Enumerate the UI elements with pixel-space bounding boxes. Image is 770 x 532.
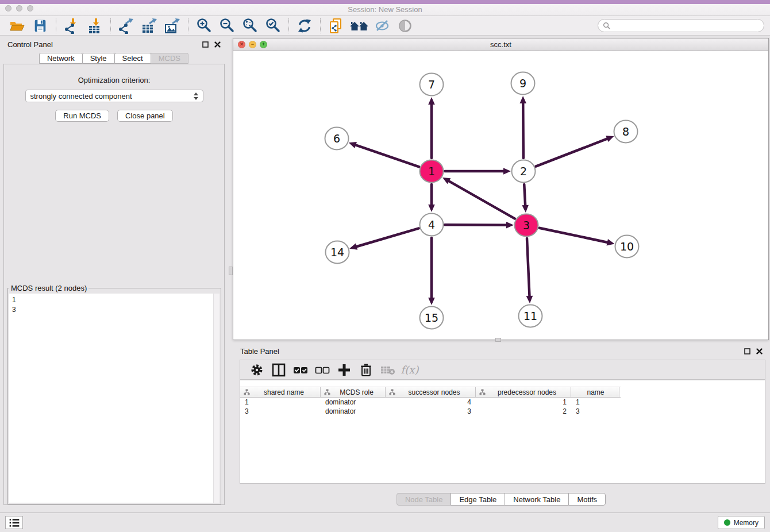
show-graphics-button[interactable] xyxy=(394,17,417,34)
zoom-window-button[interactable] xyxy=(27,5,33,11)
control-tab-mcds[interactable]: MCDS xyxy=(151,53,188,64)
hide-graphics-button[interactable] xyxy=(371,17,394,34)
export-image-button[interactable] xyxy=(161,17,184,34)
table-cell[interactable]: dominator xyxy=(321,407,386,415)
memory-button[interactable]: Memory xyxy=(718,516,765,529)
table-tab-motifs[interactable]: Motifs xyxy=(568,493,606,506)
edge-2-9[interactable] xyxy=(523,102,523,158)
table-cell[interactable]: 1 xyxy=(240,398,321,406)
column-header-successor-nodes[interactable]: successor nodes xyxy=(386,387,476,397)
table-cell[interactable]: 3 xyxy=(240,407,321,415)
control-tab-style[interactable]: Style xyxy=(82,53,115,64)
edge-1-6[interactable] xyxy=(355,145,419,167)
control-tab-network[interactable]: Network xyxy=(39,53,83,64)
unselect-all-columns-button[interactable] xyxy=(311,361,333,379)
column-header-shared-name[interactable]: shared name xyxy=(240,387,321,397)
column-header-predecessor-nodes[interactable]: predecessor nodes xyxy=(476,387,571,397)
graph-node-6[interactable]: 6 xyxy=(325,128,349,150)
select-all-columns-button[interactable] xyxy=(290,361,311,379)
zoom-in-button[interactable] xyxy=(192,17,215,34)
network-window-controls[interactable]: ✕ − + xyxy=(238,41,267,48)
mcds-result-text: 1 3 xyxy=(9,294,220,317)
search-input[interactable] xyxy=(614,21,759,30)
table-tab-edge-table[interactable]: Edge Table xyxy=(451,493,505,506)
task-history-button[interactable] xyxy=(5,516,23,529)
mcds-result-area[interactable]: 1 3 xyxy=(9,294,220,503)
window-controls[interactable] xyxy=(5,5,33,11)
edge-4-3[interactable] xyxy=(445,225,507,225)
import-network-button[interactable] xyxy=(60,17,83,34)
graph-node-11[interactable]: 11 xyxy=(519,305,542,327)
table-cell[interactable]: 4 xyxy=(386,398,476,406)
horizontal-splitter-handle[interactable] xyxy=(495,338,501,342)
zoom-out-button[interactable] xyxy=(215,17,238,34)
close-table-panel-icon[interactable] xyxy=(756,348,763,354)
zoom-fit-button[interactable] xyxy=(238,17,261,34)
export-table-button[interactable] xyxy=(138,17,161,34)
close-panel-button[interactable]: Close panel xyxy=(117,110,173,122)
graph-node-1[interactable]: 1 xyxy=(420,160,444,183)
search-box[interactable] xyxy=(598,19,764,32)
close-network-button[interactable]: ✕ xyxy=(238,41,245,48)
table-row[interactable]: 1dominator411 xyxy=(240,398,765,407)
close-panel-icon[interactable] xyxy=(214,41,221,48)
table-cell[interactable]: 1 xyxy=(476,398,571,406)
network-graph[interactable]: 7968124314101511 xyxy=(233,51,768,340)
graph-node-2[interactable]: 2 xyxy=(512,160,536,183)
table-settings-button[interactable] xyxy=(246,361,268,379)
node-label: 14 xyxy=(330,246,344,259)
column-header-mcds-role[interactable]: MCDS role xyxy=(321,387,386,397)
table-cell[interactable]: 1 xyxy=(571,398,619,406)
vertical-splitter-handle[interactable] xyxy=(229,267,233,275)
graph-node-3[interactable]: 3 xyxy=(515,214,538,237)
float-table-panel-icon[interactable] xyxy=(744,348,750,354)
column-header-name[interactable]: name xyxy=(571,387,619,397)
float-panel-icon[interactable] xyxy=(202,41,209,48)
table-tab-node-table[interactable]: Node Table xyxy=(396,493,452,506)
table-cell[interactable]: 3 xyxy=(571,407,619,415)
graph-node-8[interactable]: 8 xyxy=(614,121,638,143)
run-mcds-button[interactable]: Run MCDS xyxy=(55,110,109,122)
graph-node-14[interactable]: 14 xyxy=(326,241,349,264)
create-column-button[interactable] xyxy=(333,361,355,379)
toolbar-separator xyxy=(56,18,56,33)
graph-node-9[interactable]: 9 xyxy=(511,72,535,95)
table-cell[interactable]: 2 xyxy=(476,407,571,415)
node-label: 7 xyxy=(428,78,435,91)
edge-2-3[interactable] xyxy=(524,184,525,206)
edge-3-1[interactable] xyxy=(448,180,515,218)
zoom-selected-button[interactable] xyxy=(261,17,284,34)
close-window-button[interactable] xyxy=(5,5,11,11)
node-table[interactable]: shared nameMCDS rolesuccessor nodesprede… xyxy=(240,380,765,484)
table-cell[interactable]: 3 xyxy=(386,407,476,415)
edge-3-11[interactable] xyxy=(527,238,530,297)
save-session-button[interactable] xyxy=(29,17,52,34)
edge-2-8[interactable] xyxy=(536,138,608,167)
criterion-select[interactable]: strongly connected component xyxy=(25,90,203,102)
table-cell[interactable]: dominator xyxy=(321,398,386,406)
network-view-window: ✕ − + scc.txt 7968124314101511 xyxy=(233,38,769,340)
graph-node-10[interactable]: 10 xyxy=(615,236,639,258)
network-canvas[interactable]: 7968124314101511 xyxy=(233,51,768,340)
show-column-panel-button[interactable] xyxy=(268,361,290,379)
import-table-button[interactable] xyxy=(83,17,106,34)
result-scrollbar[interactable] xyxy=(213,294,220,503)
apply-layout-button[interactable] xyxy=(293,17,316,34)
maximize-network-button[interactable]: + xyxy=(260,41,267,48)
network-window-titlebar[interactable]: ✕ − + scc.txt xyxy=(233,38,768,51)
network-overview-button[interactable] xyxy=(348,17,371,34)
graph-node-7[interactable]: 7 xyxy=(420,74,444,96)
delete-column-button[interactable] xyxy=(355,361,377,379)
minimize-network-button[interactable]: − xyxy=(249,41,256,48)
minimize-window-button[interactable] xyxy=(16,5,22,11)
open-session-button[interactable] xyxy=(6,17,29,34)
graph-node-15[interactable]: 15 xyxy=(420,307,444,329)
table-row[interactable]: 3dominator323 xyxy=(240,407,765,416)
edge-4-14[interactable] xyxy=(356,228,419,246)
graph-node-4[interactable]: 4 xyxy=(420,214,444,236)
control-tab-select[interactable]: Select xyxy=(114,53,151,64)
export-network-button[interactable] xyxy=(115,17,138,34)
clone-network-button[interactable] xyxy=(325,17,348,34)
table-tab-network-table[interactable]: Network Table xyxy=(505,493,569,506)
edge-3-10[interactable] xyxy=(540,228,609,242)
